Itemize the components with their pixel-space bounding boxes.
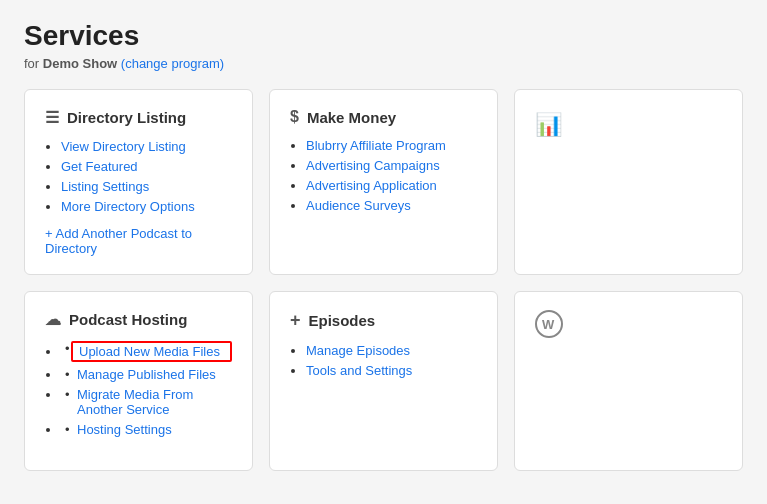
row2-grid: ☁ Podcast Hosting Upload New Media Files… [24, 291, 743, 471]
program-name: Demo Show [43, 56, 117, 71]
list-item-upload: Upload New Media Files [61, 341, 232, 362]
wordpress-icon: W [535, 310, 563, 343]
list-item: Advertising Campaigns [306, 158, 477, 173]
directory-listing-card: ☰ Directory Listing View Directory Listi… [24, 89, 253, 275]
listing-settings-link[interactable]: Listing Settings [61, 179, 149, 194]
episodes-title: + Episodes [290, 310, 477, 331]
list-item: Get Featured [61, 159, 232, 174]
list-icon: ☰ [45, 108, 59, 127]
migrate-media-link[interactable]: Migrate Media From Another Service [77, 387, 193, 417]
podcast-hosting-card: ☁ Podcast Hosting Upload New Media Files… [24, 291, 253, 471]
upload-highlight: Upload New Media Files [71, 341, 232, 362]
cloud-icon: ☁ [45, 310, 61, 329]
list-item: Manage Episodes [306, 343, 477, 358]
list-item: Manage Published Files [61, 367, 232, 382]
get-featured-link[interactable]: Get Featured [61, 159, 138, 174]
change-program-link[interactable]: (change program) [121, 56, 224, 71]
list-item: Blubrry Affiliate Program [306, 138, 477, 153]
list-item: Migrate Media From Another Service [61, 387, 232, 417]
subtitle: for Demo Show (change program) [24, 56, 743, 71]
dollar-icon: $ [290, 108, 299, 126]
audience-surveys-link[interactable]: Audience Surveys [306, 198, 411, 213]
make-money-links: Blubrry Affiliate Program Advertising Ca… [290, 138, 477, 213]
add-podcast-link[interactable]: + Add Another Podcast to Directory [45, 226, 192, 256]
list-item: Listing Settings [61, 179, 232, 194]
blubrry-affiliate-link[interactable]: Blubrry Affiliate Program [306, 138, 446, 153]
page-title: Services [24, 20, 743, 52]
plus-icon: + [290, 310, 301, 331]
hosting-settings-link[interactable]: Hosting Settings [77, 422, 172, 437]
upload-media-link[interactable]: Upload New Media Files [79, 344, 220, 359]
directory-listing-title: ☰ Directory Listing [45, 108, 232, 127]
manage-published-link[interactable]: Manage Published Files [77, 367, 216, 382]
advertising-campaigns-link[interactable]: Advertising Campaigns [306, 158, 440, 173]
more-directory-options-link[interactable]: More Directory Options [61, 199, 195, 214]
advertising-application-link[interactable]: Advertising Application [306, 178, 437, 193]
svg-text:W: W [542, 317, 555, 332]
placeholder-card-1: 📊 [514, 89, 743, 275]
placeholder-card-2: W [514, 291, 743, 471]
row1-grid: ☰ Directory Listing View Directory Listi… [24, 89, 743, 275]
list-item: View Directory Listing [61, 139, 232, 154]
list-item: Hosting Settings [61, 422, 232, 437]
episodes-links: Manage Episodes Tools and Settings [290, 343, 477, 378]
list-item: Advertising Application [306, 178, 477, 193]
tools-settings-link[interactable]: Tools and Settings [306, 363, 412, 378]
view-directory-link[interactable]: View Directory Listing [61, 139, 186, 154]
manage-episodes-link[interactable]: Manage Episodes [306, 343, 410, 358]
list-item: More Directory Options [61, 199, 232, 214]
episodes-card: + Episodes Manage Episodes Tools and Set… [269, 291, 498, 471]
directory-footer: + Add Another Podcast to Directory [45, 226, 232, 256]
bar-chart-icon: 📊 [535, 112, 562, 138]
make-money-card: $ Make Money Blubrry Affiliate Program A… [269, 89, 498, 275]
list-item: Audience Surveys [306, 198, 477, 213]
directory-listing-links: View Directory Listing Get Featured List… [45, 139, 232, 214]
list-item: Tools and Settings [306, 363, 477, 378]
make-money-title: $ Make Money [290, 108, 477, 126]
podcast-hosting-title: ☁ Podcast Hosting [45, 310, 232, 329]
podcast-hosting-links: Upload New Media Files Manage Published … [45, 341, 232, 437]
